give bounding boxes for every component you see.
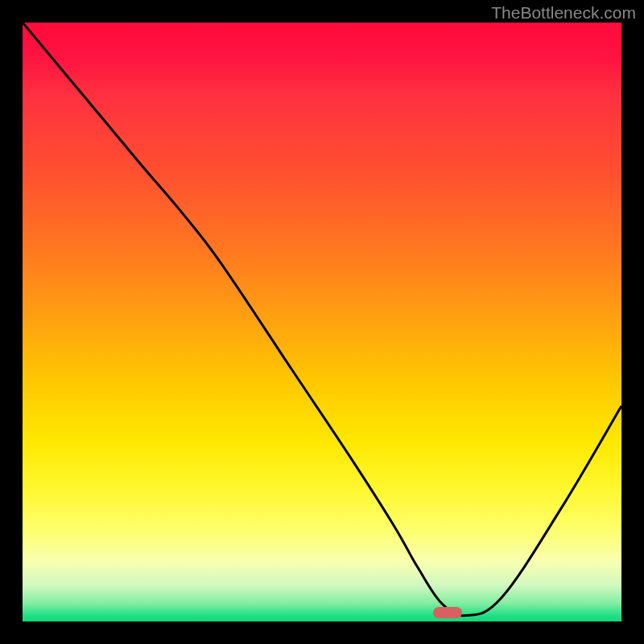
optimal-marker (433, 607, 462, 618)
chart-curve (23, 23, 621, 621)
plot-area (23, 23, 621, 621)
watermark-text: TheBottleneck.com (491, 3, 636, 23)
